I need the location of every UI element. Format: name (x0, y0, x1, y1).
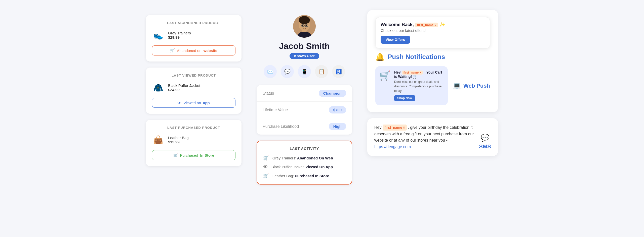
cart-notif-title: Hey first_name × , Your Cart is Waiting!… (394, 70, 444, 79)
activity-text-viewed: 'Black Puffer Jacket' Viewed On App (271, 165, 333, 169)
viewed-product-card: Last Viewed Product 🧥 Black Puffer Jacke… (146, 68, 242, 114)
activity-eye-icon: 👁 (263, 164, 268, 169)
abandoned-tag: 🛒 Abandoned on website (152, 45, 235, 55)
abandoned-product-info: 👟 Grey Trainers $29.99 (152, 29, 235, 41)
purchased-cart-icon: 🛒 (173, 153, 178, 157)
viewed-tag: 👁 Viewed on app (152, 98, 235, 108)
purchased-product-name: Leather Bag (168, 136, 189, 140)
lifetime-value-label: Lifetime Value (263, 108, 288, 112)
last-activity-title: Last Activity (263, 147, 346, 151)
cart-notification-bubble: 🛒 Hey first_name × , Your Cart is Waitin… (375, 66, 448, 105)
sparkle-icon: ✨ (439, 22, 445, 27)
svg-point-6 (305, 25, 307, 26)
abandoned-product-price: $29.99 (168, 35, 191, 39)
welcome-notif-title: Welcome Back, first_name × ✨ (381, 22, 485, 27)
abandoned-product-details: Grey Trainers $29.99 (168, 31, 191, 39)
web-push-text: Web Push (463, 83, 490, 89)
cart-notif-body: Don't miss out on great deals and discou… (394, 80, 444, 93)
web-push-icon: 💻 (453, 82, 461, 90)
first-name-tag-cart: first_name × (402, 71, 423, 75)
purchase-likelihood-label: Purchase Likelihood (263, 124, 299, 129)
cart-tag-close[interactable]: × (419, 71, 421, 74)
avatar-svg (293, 15, 316, 38)
view-offers-button[interactable]: View Offers (381, 36, 410, 44)
purchase-likelihood-value: High (329, 123, 346, 130)
last-activity-card: Last Activity 🛒 'Grey Trainers' Abandone… (257, 141, 352, 185)
first-name-tag-sms: first_name × (383, 125, 407, 131)
bag-icon: 👜 (152, 134, 165, 146)
purchased-product-details: Leather Bag $15.99 (168, 136, 189, 144)
viewed-product-info: 🧥 Black Puffer Jacket $24.99 (152, 81, 235, 94)
lifetime-value-value: $700 (329, 106, 346, 113)
activity-text-abandoned: 'Grey Trainers' Abandoned On Web (272, 156, 333, 160)
abandoned-product-card: Last Abandoned Product 👟 Grey Trainers $… (146, 15, 242, 62)
bell-icon: 🔔 (375, 52, 385, 61)
profile-stats-card: Status Champion Lifetime Value $700 Purc… (257, 85, 352, 135)
push-notifications-title: Push Notifications (388, 53, 445, 61)
profile-name: Jacob Smith (279, 41, 330, 51)
viewed-product-price: $24.99 (168, 88, 200, 92)
avatar (293, 15, 316, 38)
whatsapp-channel-button[interactable]: 📱 (298, 65, 311, 78)
viewed-product-details: Black Puffer Jacket $24.99 (168, 83, 200, 92)
welcome-notification-bubble: Welcome Back, first_name × ✨ Check out o… (375, 17, 490, 48)
activity-item-abandoned: 🛒 'Grey Trainers' Abandoned On Web (263, 155, 346, 161)
shop-now-button[interactable]: Shop Now (394, 95, 415, 101)
eye-icon: 👁 (178, 101, 181, 105)
purchased-product-card: Last Purchased Product 👜 Leather Bag $15… (146, 120, 242, 166)
activity-text-purchased: 'Leather Bag' Purchased In Store (272, 174, 329, 178)
push-notifications-header: 🔔 Push Notifications (375, 52, 490, 61)
welcome-notif-subtitle: Check out our latest offers! (381, 28, 485, 33)
purchased-product-info: 👜 Leather Bag $15.99 (152, 134, 235, 146)
sms-message-bubble: Hey first_name × , give your birthday th… (374, 124, 474, 150)
abandoned-tag-prefix: Abandoned on (177, 48, 202, 53)
abandoned-product-name: Grey Trainers (168, 31, 191, 35)
activity-item-purchased: 🛒 'Leather Bag' Purchased In Store (263, 173, 346, 179)
sms-icon: 💬 (481, 134, 490, 142)
chat-channel-button[interactable]: 💬 (281, 65, 294, 78)
svg-point-5 (302, 25, 303, 26)
svg-point-2 (299, 16, 310, 24)
sms-label: 💬 SMS (479, 134, 491, 150)
sms-channel-button[interactable]: 📋 (315, 65, 328, 78)
first-name-label: first_name (417, 23, 434, 27)
purchased-tag: 🛒 Purchased In Store (152, 150, 235, 160)
viewed-tag-bold: app (203, 101, 210, 105)
viewed-product-name: Black Puffer Jacket (168, 83, 200, 88)
activity-cart-icon-1: 🛒 (263, 155, 269, 161)
web-push-label: 💻 Web Push (453, 82, 490, 90)
channel-icons-row: ✉️ 💬 📱 📋 ♿ (264, 65, 345, 78)
sms-tag-close[interactable]: × (403, 125, 405, 130)
viewed-card-title: Last Viewed Product (152, 74, 235, 77)
sms-hey-text: Hey (374, 125, 383, 130)
web-push-row: 🛒 Hey first_name × , Your Cart is Waitin… (375, 66, 490, 105)
close-tag-button[interactable]: × (434, 24, 436, 27)
cart-notif-content: Hey first_name × , Your Cart is Waiting!… (394, 70, 444, 101)
email-channel-button[interactable]: ✉️ (264, 65, 277, 78)
purchased-tag-bold: In Store (200, 153, 214, 157)
status-stat-row: Status Champion (257, 85, 352, 102)
push-notifications-card: Welcome Back, first_name × ✨ Check out o… (367, 10, 498, 112)
purchased-card-title: Last Purchased Product (152, 126, 235, 130)
profile-known-user-badge: Known User (290, 53, 319, 59)
left-column: Last Abandoned Product 👟 Grey Trainers $… (146, 15, 242, 166)
sms-card: Hey first_name × , give your birthday th… (367, 118, 498, 156)
first-name-tag-welcome: first_name × (415, 23, 438, 27)
right-column: Welcome Back, first_name × ✨ Check out o… (367, 10, 498, 156)
cart-image-icon: 🛒 (379, 70, 391, 81)
hey-text: Hey (394, 70, 402, 74)
purchase-likelihood-stat-row: Purchase Likelihood High (257, 118, 352, 135)
accessibility-channel-button[interactable]: ♿ (332, 65, 345, 78)
activity-item-viewed: 👁 'Black Puffer Jacket' Viewed On App (263, 164, 346, 169)
center-column: Jacob Smith Known User ✉️ 💬 📱 📋 ♿ Status… (257, 15, 352, 185)
sms-label-text: SMS (479, 143, 491, 150)
jacket-icon: 🧥 (152, 81, 165, 94)
purchased-product-price: $15.99 (168, 140, 189, 144)
profile-section: Jacob Smith Known User (279, 15, 330, 59)
welcome-back-text: Welcome Back, (381, 22, 415, 27)
activity-cart-icon-2: 🛒 (263, 173, 269, 179)
sms-link[interactable]: https://dengage.com (374, 145, 411, 149)
purchased-tag-prefix: Purchased (180, 153, 198, 157)
status-value: Champion (319, 90, 346, 97)
lifetime-value-stat-row: Lifetime Value $700 (257, 102, 352, 118)
